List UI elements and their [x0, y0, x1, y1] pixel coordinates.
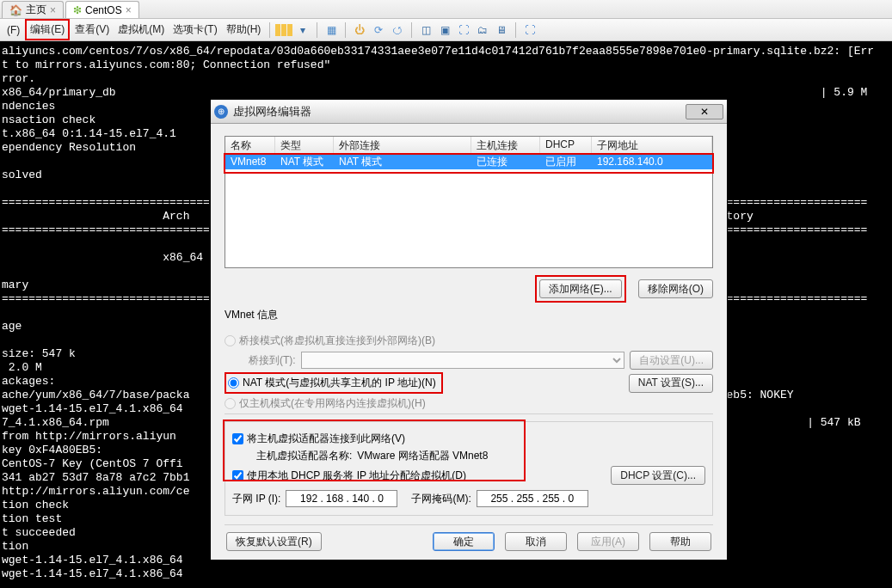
vm-icon: ❇	[73, 4, 82, 16]
separator	[411, 22, 412, 38]
dhcp-settings-button[interactable]: DHCP 设置(C)...	[611, 466, 705, 485]
cell-name: VMnet8	[225, 155, 275, 168]
dialog-buttons: 恢复默认设置(R) 确定 取消 应用(A) 帮助	[225, 524, 713, 551]
connect-host-label: 将主机虚拟适配器连接到此网络(V)	[247, 432, 405, 444]
nat-highlight: NAT 模式(与虚拟机共享主机的 IP 地址)(N)	[225, 372, 443, 394]
globe-icon: ⊕	[214, 105, 228, 119]
subnet-mask-input[interactable]	[477, 490, 588, 507]
stretch-icon[interactable]: ⛶	[521, 21, 538, 39]
vmnet-info-label: VMnet 信息	[225, 308, 713, 322]
virtual-network-editor-dialog: ⊕ 虚拟网络编辑器 ✕ 名称 类型 外部连接 主机连接 DHCP 子网地址 VM…	[210, 99, 728, 560]
toolbar-thumbnails-icon[interactable]: ▦	[323, 21, 340, 39]
hostonly-radio[interactable]: 仅主机模式(在专用网络内连接虚拟机)(H)	[225, 396, 426, 411]
use-dhcp-checkbox[interactable]: 使用本地 DHCP 服务将 IP 地址分配给虚拟机(D)	[232, 469, 466, 483]
menu-view[interactable]: 查看(V)	[71, 20, 113, 40]
home-icon: 🏠	[9, 4, 22, 16]
snapshot-manager-icon[interactable]: ▣	[436, 21, 453, 39]
menu-tabs[interactable]: 选项卡(T)	[169, 20, 220, 40]
close-icon: ✕	[700, 106, 709, 118]
mode-group: 桥接模式(将虚拟机直接连接到外部网络)(B) 桥接到(T): 自动设置(U)..…	[225, 329, 713, 414]
dialog-titlebar[interactable]: ⊕ 虚拟网络编辑器 ✕	[211, 100, 727, 124]
network-table[interactable]: 名称 类型 外部连接 主机连接 DHCP 子网地址 VMnet8 NAT 模式 …	[225, 136, 713, 268]
separator	[345, 22, 346, 38]
adapter-name-label: 主机虚拟适配器名称:	[256, 449, 352, 463]
reset-icon[interactable]: ⭯	[389, 21, 406, 39]
menu-file[interactable]: (F)	[3, 21, 23, 39]
bridge-label: 桥接模式(将虚拟机直接连接到外部网络)(B)	[239, 334, 435, 346]
dialog-body: 名称 类型 外部连接 主机连接 DHCP 子网地址 VMnet8 NAT 模式 …	[211, 124, 727, 560]
toolbar-dropdown-icon[interactable]: ▾	[294, 21, 311, 39]
subnet-mask-label: 子网掩码(M):	[411, 492, 471, 506]
menu-bar: (F) 编辑(E) 查看(V) 虚拟机(M) 选项卡(T) 帮助(H) ▾ ▦ …	[0, 19, 892, 41]
menu-help[interactable]: 帮助(H)	[223, 20, 265, 40]
toolbar-library-icon[interactable]	[275, 21, 292, 39]
window-tab-bar: 🏠 主页 × ❇ CentOS ×	[0, 0, 892, 19]
hostonly-label: 仅主机模式(在专用网络内连接虚拟机)(H)	[239, 397, 426, 409]
table-row[interactable]: VMnet8 NAT 模式 NAT 模式 已连接 已启用 192.168.140…	[225, 154, 712, 169]
cell-dhcp: 已启用	[540, 154, 592, 170]
separator	[317, 22, 317, 38]
bridge-radio[interactable]: 桥接模式(将虚拟机直接连接到外部网络)(B)	[225, 334, 435, 348]
adapter-name-value: VMware 网络适配器 VMnet8	[357, 449, 488, 463]
tab-centos-label: CentOS	[85, 4, 122, 16]
col-subnet[interactable]: 子网地址	[592, 137, 712, 153]
dialog-title: 虚拟网络编辑器	[233, 104, 686, 119]
nat-label: NAT 模式(与虚拟机共享主机的 IP 地址)(N)	[243, 377, 436, 389]
col-dhcp[interactable]: DHCP	[540, 137, 592, 153]
add-network-highlight: 添加网络(E)...	[535, 275, 626, 303]
tab-home-label: 主页	[26, 3, 46, 17]
snapshot-icon[interactable]: ◫	[417, 21, 434, 39]
bridge-to-label: 桥接到(T):	[249, 353, 296, 368]
table-header: 名称 类型 外部连接 主机连接 DHCP 子网地址	[225, 137, 712, 154]
col-name[interactable]: 名称	[225, 137, 275, 153]
subnet-ip-label: 子网 IP (I):	[232, 492, 280, 506]
power-on-icon[interactable]: ⏻	[351, 21, 368, 39]
close-icon[interactable]: ×	[126, 4, 132, 16]
col-host[interactable]: 主机连接	[471, 137, 540, 153]
close-button[interactable]: ✕	[686, 104, 723, 119]
unity-icon[interactable]: 🗂	[474, 21, 491, 39]
remove-network-button[interactable]: 移除网络(O)	[638, 279, 713, 298]
fullscreen-icon[interactable]: ⛶	[455, 21, 472, 39]
tab-home[interactable]: 🏠 主页 ×	[2, 1, 64, 18]
console-icon[interactable]: 🖥	[493, 21, 510, 39]
cell-type: NAT 模式	[275, 154, 334, 170]
separator	[515, 22, 516, 38]
tab-centos[interactable]: ❇ CentOS ×	[65, 1, 139, 18]
subnet-ip-input[interactable]	[286, 490, 397, 507]
col-ext[interactable]: 外部连接	[334, 137, 471, 153]
suspend-icon[interactable]: ⟳	[370, 21, 387, 39]
col-type[interactable]: 类型	[275, 137, 334, 153]
auto-settings-button: 自动设置(U)...	[630, 351, 713, 370]
add-network-button[interactable]: 添加网络(E)...	[539, 279, 622, 298]
adapter-group: 将主机虚拟适配器连接到此网络(V) 主机虚拟适配器名称: VMware 网络适配…	[225, 421, 713, 516]
cell-subnet: 192.168.140.0	[592, 155, 712, 168]
cell-host: 已连接	[471, 154, 540, 170]
nat-radio[interactable]: NAT 模式(与虚拟机共享主机的 IP 地址)(N)	[228, 376, 436, 390]
restore-defaults-button[interactable]: 恢复默认设置(R)	[226, 532, 322, 551]
help-button[interactable]: 帮助	[649, 532, 711, 551]
ok-button[interactable]: 确定	[433, 532, 495, 551]
apply-button: 应用(A)	[577, 532, 639, 551]
connect-host-checkbox[interactable]: 将主机虚拟适配器连接到此网络(V)	[232, 432, 405, 446]
nat-settings-button[interactable]: NAT 设置(S)...	[629, 374, 713, 393]
use-dhcp-label: 使用本地 DHCP 服务将 IP 地址分配给虚拟机(D)	[247, 469, 466, 481]
menu-edit[interactable]: 编辑(E)	[25, 19, 70, 40]
cancel-button[interactable]: 取消	[505, 532, 567, 551]
bridge-to-select	[301, 352, 625, 369]
close-icon[interactable]: ×	[50, 4, 56, 16]
separator	[269, 22, 270, 38]
cell-ext: NAT 模式	[334, 154, 471, 170]
menu-vm[interactable]: 虚拟机(M)	[114, 20, 168, 40]
